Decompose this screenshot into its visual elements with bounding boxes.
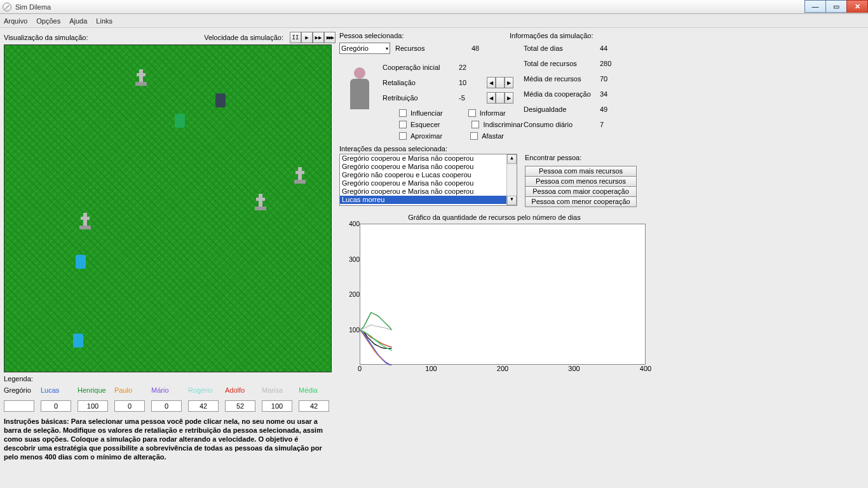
instructions-text: Instruções básicas: Para selecionar uma … — [4, 417, 332, 461]
maximize-button[interactable]: ▭ — [825, 0, 847, 13]
chk-influenciar[interactable] — [399, 109, 407, 117]
person-sprite[interactable] — [215, 93, 226, 107]
retrib-inc[interactable]: ▶ — [505, 92, 513, 104]
legend-name[interactable]: Rogério — [188, 386, 225, 396]
legend-name[interactable]: Lucas — [41, 386, 78, 396]
interaction-item[interactable]: Gregório cooperou e Marisa não cooperou — [340, 179, 517, 187]
retrib-mid[interactable] — [496, 92, 505, 104]
fast-button[interactable]: ▶▶ — [313, 32, 324, 43]
legend-value: 100 — [262, 400, 292, 412]
y-tick: 400 — [349, 220, 360, 227]
sim-info-label: Informações da simulação: — [510, 32, 649, 39]
retrib-label: Retribuição — [383, 94, 459, 102]
chk-indiscriminar[interactable] — [471, 121, 479, 128]
interaction-item[interactable]: Gregório cooperou e Marisa não cooperou — [340, 187, 517, 196]
minimize-button[interactable]: — — [804, 0, 826, 13]
legend-value: 42 — [299, 400, 329, 412]
interaction-item[interactable]: Gregório cooperou e Marisa não cooperou — [340, 154, 517, 163]
coop-label: Cooperação inicial — [383, 64, 459, 71]
close-button[interactable]: ✕ — [846, 0, 868, 13]
scrollbar[interactable]: ▲ ▼ — [506, 154, 517, 205]
speed-label: Velocidade da simulação: — [204, 34, 283, 41]
desig-value: 49 — [600, 105, 625, 113]
simulation-canvas[interactable] — [4, 44, 332, 372]
person-select[interactable]: Gregório▾ — [339, 43, 390, 54]
x-tick: 300 — [568, 365, 580, 372]
legend-value: 100 — [78, 400, 108, 412]
legend-value: 52 — [225, 400, 255, 412]
legend-name[interactable]: Henrique — [78, 386, 114, 396]
x-tick: 0 — [358, 365, 362, 372]
legend-name[interactable]: Gregório — [4, 386, 41, 396]
chk-informar-label: Informar — [480, 109, 506, 117]
person-sprite[interactable] — [76, 255, 86, 269]
desig-label: Desigualdade — [524, 105, 600, 113]
grave-icon — [78, 213, 92, 229]
interaction-item[interactable]: Gregório cooperou e Marisa não cooperou — [340, 163, 517, 171]
mrec-label: Média de recursos — [524, 75, 600, 83]
y-tick: 200 — [349, 291, 360, 298]
legend-value: 0 — [41, 400, 71, 412]
legend-row: GregórioLucas0Henrique100Paulo0Mário0Rog… — [4, 386, 336, 412]
find-most-coop[interactable]: Pessoa com maior cooperação — [525, 186, 637, 197]
retal-mid[interactable] — [496, 77, 505, 88]
cons-value: 7 — [600, 121, 625, 128]
cons-label: Consumo diário — [524, 121, 600, 128]
chart-title: Gráfico da quantidade de recursos pelo n… — [339, 214, 649, 221]
legend-name[interactable]: Marisa — [262, 386, 299, 396]
legend-name[interactable]: Paulo — [114, 386, 151, 396]
chk-indiscriminar-label: Indiscriminar — [483, 121, 522, 128]
chk-esquecer[interactable] — [399, 121, 407, 128]
chk-aproximar-label: Aproximar — [410, 132, 442, 140]
mcoop-value: 34 — [600, 90, 625, 98]
person-sprite[interactable] — [175, 114, 185, 128]
legend-value: 0 — [151, 400, 182, 412]
legend-label: Legenda: — [4, 374, 336, 384]
interaction-item[interactable]: Gregório não cooperou e Lucas cooperou — [340, 171, 517, 179]
scroll-up-icon[interactable]: ▲ — [507, 154, 517, 164]
menu-links[interactable]: Links — [96, 17, 112, 25]
person-sprite[interactable] — [73, 334, 83, 348]
find-least-coop[interactable]: Pessoa com menor cooperação — [525, 196, 637, 207]
retal-label: Retaliação — [383, 79, 459, 86]
menu-ajuda[interactable]: Ajuda — [69, 17, 87, 25]
menu-arquivo[interactable]: Arquivo — [4, 17, 27, 25]
window-title: Sim Dilema — [15, 3, 51, 11]
find-least-resources[interactable]: Pessoa com menos recursos — [525, 176, 637, 187]
scroll-down-icon[interactable]: ▼ — [507, 196, 517, 205]
find-most-resources[interactable]: Pessoa com mais recursos — [525, 166, 637, 177]
chk-aproximar[interactable] — [399, 132, 407, 140]
faster-button[interactable]: ▶▶▶ — [324, 32, 336, 43]
retal-dec[interactable]: ◀ — [487, 77, 496, 88]
chk-esquecer-label: Esquecer — [410, 121, 440, 128]
y-tick: 300 — [349, 255, 360, 262]
dias-value: 44 — [600, 44, 625, 52]
person-select-value: Gregório — [341, 44, 369, 52]
coop-value: 22 — [459, 64, 484, 71]
pause-button[interactable]: II — [290, 32, 301, 43]
menu-opcoes[interactable]: Opções — [36, 17, 60, 25]
legend-name[interactable]: Adolfo — [225, 386, 262, 396]
person-portrait — [342, 58, 377, 109]
viz-label: Visualização da simulação: — [4, 34, 88, 41]
recursos-value: 48 — [471, 44, 497, 52]
y-tick: 100 — [349, 326, 360, 333]
interactions-list[interactable]: Gregório cooperou e Marisa não cooperouG… — [339, 154, 517, 206]
mcoop-label: Média da cooperação — [524, 90, 600, 98]
chk-afastar[interactable] — [470, 132, 478, 140]
interaction-item[interactable]: Lucas morreu — [340, 196, 517, 204]
chk-informar[interactable] — [468, 109, 476, 117]
chk-influenciar-label: Influenciar — [410, 109, 443, 117]
legend-value — [4, 400, 34, 412]
grave-icon — [254, 194, 268, 210]
legend-name[interactable]: Média — [299, 386, 336, 396]
x-tick: 100 — [425, 365, 437, 372]
chk-afastar-label: Afastar — [482, 132, 504, 140]
legend-name[interactable]: Mário — [151, 386, 188, 396]
retrib-dec[interactable]: ◀ — [487, 92, 496, 104]
selected-person-label: Pessoa selecionada: — [339, 32, 479, 39]
play-button[interactable]: ▶ — [301, 32, 313, 43]
retal-value: 10 — [459, 79, 484, 86]
retal-inc[interactable]: ▶ — [505, 77, 513, 88]
legend-value: 0 — [114, 400, 145, 412]
